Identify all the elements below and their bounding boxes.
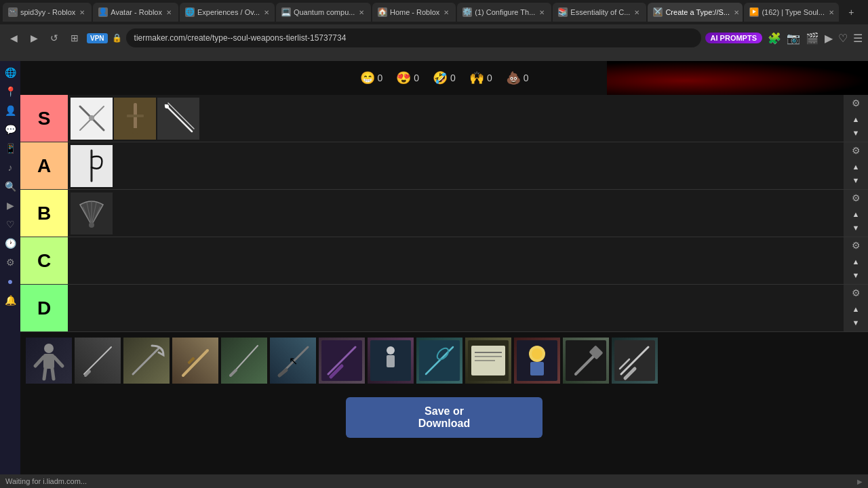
tab-close-4[interactable]: ✕ (357, 9, 366, 16)
pool-item-12[interactable] (563, 338, 609, 384)
sidebar-item-history[interactable]: 🕐 (1, 235, 19, 252)
tier-arrows-a: ▲ ▼ (846, 161, 865, 186)
pool-item-11[interactable] (514, 338, 560, 384)
tier-down-a[interactable]: ▼ (846, 174, 865, 186)
reaction-clap[interactable]: 🙌 0 (469, 70, 492, 85)
sidebar-item-home[interactable]: 🌐 (1, 64, 19, 81)
tier-down-s[interactable]: ▼ (846, 127, 865, 139)
tier-up-d[interactable]: ▲ (846, 303, 865, 315)
svg-point-15 (89, 222, 94, 228)
reaction-poop-count: 0 (524, 73, 529, 83)
tab-favicon-7: 📚 (558, 7, 568, 17)
reaction-happy[interactable]: 😁 0 (360, 70, 383, 85)
tab-home[interactable]: 🏠 Home - Roblox ✕ (372, 3, 456, 22)
tab-close-9[interactable]: ✕ (827, 9, 835, 16)
tab-close-2[interactable]: ✕ (165, 9, 173, 16)
tier-label-a[interactable]: A (20, 142, 68, 189)
tier-up-b[interactable]: ▲ (846, 208, 865, 220)
tab-close-3[interactable]: ✕ (262, 9, 271, 16)
forward-button[interactable]: ▶ (26, 30, 42, 46)
tier-up-a[interactable]: ▲ (846, 161, 865, 173)
tier-item-s-1[interactable] (71, 98, 113, 140)
sidebar-item-location[interactable]: 📍 (1, 83, 19, 100)
pool-item-9[interactable] (416, 338, 462, 384)
tab-close-8[interactable]: ✕ (732, 9, 741, 16)
pool-item-3[interactable] (123, 338, 170, 384)
sidebar-item-tiktok[interactable]: ♪ (1, 159, 19, 176)
ai-prompts-button[interactable]: AI PROMPTS (705, 33, 762, 43)
pool-item-5[interactable] (221, 338, 267, 384)
svg-rect-36 (387, 355, 395, 367)
sidebar-item-notifications[interactable]: 🔔 (1, 291, 19, 309)
sidebar-item-search[interactable]: 🔍 (1, 178, 19, 195)
sidebar-item-play[interactable]: ▶ (1, 197, 19, 214)
tier-gear-b[interactable]: ⚙ (852, 192, 861, 203)
media-icon[interactable]: 🎬 (806, 32, 819, 45)
sidebar: 🌐 📍 👤 💬 📱 ♪ 🔍 ▶ ♡ 🕐 ⚙ ● 🔔 (0, 61, 20, 488)
tier-up-c[interactable]: ▲ (846, 256, 865, 268)
reaction-love[interactable]: 😍 0 (396, 70, 419, 85)
tab-quantum[interactable]: 💻 Quantum compu... ✕ (276, 3, 371, 22)
pool-item-8[interactable] (368, 338, 414, 384)
tab-favicon-9: ▶️ (749, 7, 759, 17)
tier-down-c[interactable]: ▼ (846, 269, 865, 281)
pool-item-1[interactable] (26, 338, 72, 384)
tab-avatar[interactable]: 👤 Avatar - Roblox ✕ (93, 3, 178, 22)
tab-experiences[interactable]: 🌐 Experiences / Ov... ✕ (180, 3, 275, 22)
tier-item-s-2[interactable] (114, 98, 156, 140)
tier-gear-a[interactable]: ⚙ (852, 145, 861, 156)
address-bar[interactable]: tiermaker.com/create/type--soul-weapons-… (126, 28, 701, 47)
tab-close[interactable]: ✕ (78, 9, 86, 16)
tier-label-c[interactable]: C (20, 237, 68, 284)
tab-configure[interactable]: ⚙️ (1) Configure Th... ✕ (457, 3, 551, 22)
pool-icon-tan-sword (175, 340, 216, 381)
reaction-poop[interactable]: 💩 0 (506, 70, 529, 85)
tab-type-soul[interactable]: ▶️ (162) | Type Soul... ✕ (744, 3, 839, 22)
sidebar-item-settings[interactable]: ⚙ (1, 253, 19, 271)
reaction-laugh[interactable]: 🤣 0 (433, 70, 456, 85)
pool-item-13[interactable] (612, 338, 658, 384)
tier-b-empty (458, 190, 844, 237)
sidebar-item-profile[interactable]: 👤 (1, 102, 19, 119)
extensions-icon[interactable]: 🧩 (768, 32, 781, 45)
tab-spid3yy[interactable]: 🎮 spid3yy - Roblox ✕ (3, 3, 92, 22)
tab-close-6[interactable]: ✕ (538, 9, 546, 16)
tab-close-7[interactable]: ✕ (633, 9, 641, 16)
pool-item-10[interactable] (465, 338, 511, 384)
reload-button[interactable]: ↺ (46, 30, 62, 46)
sidebar-item-favorites[interactable]: ♡ (1, 216, 19, 233)
tier-item-s-3[interactable] (157, 98, 199, 140)
new-tab-button[interactable]: + (843, 4, 859, 20)
pool-item-4[interactable] (172, 338, 218, 384)
pool-item-6[interactable]: ↖ (270, 338, 316, 384)
pool-icon-silver-cross (614, 340, 655, 381)
grid-button[interactable]: ⊞ (66, 30, 83, 46)
tier-down-d[interactable]: ▼ (846, 317, 865, 329)
tier-down-b[interactable]: ▼ (846, 222, 865, 234)
settings-icon[interactable]: ☰ (853, 32, 863, 45)
tab-essentiality[interactable]: 📚 Essentiality of C... ✕ (553, 3, 646, 22)
tier-label-d[interactable]: D (20, 285, 68, 331)
favorites-icon[interactable]: ♡ (838, 32, 848, 45)
tier-label-b[interactable]: B (20, 190, 68, 237)
sidebar-item-messages[interactable]: 💬 (1, 121, 19, 138)
svg-rect-5 (132, 128, 138, 134)
tier-label-s[interactable]: S (20, 95, 68, 142)
play-icon[interactable]: ▶ (825, 32, 833, 45)
tier-gear-d[interactable]: ⚙ (852, 287, 861, 298)
pool-item-7[interactable] (319, 338, 365, 384)
pool-item-2[interactable] (75, 338, 121, 384)
tier-items-s (68, 95, 458, 142)
tier-item-a-1[interactable] (71, 145, 113, 187)
save-download-button[interactable]: Save or Download (346, 397, 542, 438)
tab-create-type[interactable]: ⚔️ Create a Type://S... ✕ (648, 3, 743, 22)
tier-gear-c[interactable]: ⚙ (852, 240, 861, 251)
tab-close-5[interactable]: ✕ (442, 9, 450, 16)
sidebar-item-mobile[interactable]: 📱 (1, 140, 19, 157)
screenshot-icon[interactable]: 📷 (787, 32, 800, 45)
tier-up-s[interactable]: ▲ (846, 113, 865, 125)
sidebar-item-discord[interactable]: ● (1, 272, 19, 290)
back-button[interactable]: ◀ (5, 30, 22, 46)
tier-item-b-1[interactable] (71, 192, 113, 235)
tier-gear-s[interactable]: ⚙ (852, 98, 861, 108)
